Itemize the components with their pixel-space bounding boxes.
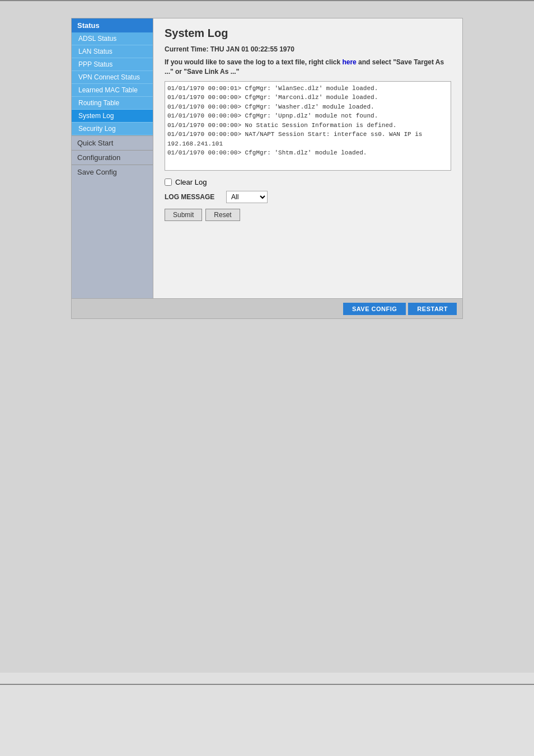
sidebar-item-routing-table[interactable]: Routing Table: [72, 97, 153, 110]
sidebar-item-ppp-status[interactable]: PPP Status: [72, 58, 153, 71]
sidebar-group-save-config[interactable]: Save Config: [72, 165, 153, 179]
log-message-row: LOG MESSAGE All System Security: [165, 191, 451, 203]
sidebar-item-adsl-status[interactable]: ADSL Status: [72, 32, 153, 45]
sidebar-item-lan-status[interactable]: LAN Status: [72, 45, 153, 58]
log-message-select[interactable]: All System Security: [226, 191, 268, 203]
reset-button[interactable]: Reset: [205, 209, 240, 221]
clear-log-row: Clear Log: [165, 178, 451, 186]
restart-button[interactable]: RESTART: [408, 303, 457, 315]
sidebar-group-configuration[interactable]: Configuration: [72, 150, 153, 165]
save-log-description: If you would like to save the log to a t…: [165, 58, 451, 77]
bottom-bar: SAVE CONFIG RESTART: [72, 298, 462, 318]
button-row: Submit Reset: [165, 209, 451, 221]
save-log-text-before: If you would like to save the log to a t…: [165, 58, 340, 66]
save-config-button[interactable]: SAVE CONFIG: [343, 303, 406, 315]
sidebar-group-status[interactable]: Status: [72, 18, 153, 32]
sidebar-group-quick-start[interactable]: Quick Start: [72, 135, 153, 150]
submit-button[interactable]: Submit: [165, 209, 202, 221]
save-log-here-link[interactable]: here: [342, 58, 356, 66]
sidebar: Status ADSL Status LAN Status PPP Status…: [72, 18, 153, 298]
sidebar-item-vpn-connect-status[interactable]: VPN Connect Status: [72, 71, 153, 84]
page-title: System Log: [165, 27, 451, 40]
log-message-label: LOG MESSAGE: [165, 193, 221, 201]
clear-log-checkbox[interactable]: [165, 179, 172, 186]
sidebar-item-learned-mac-table[interactable]: Learned MAC Table: [72, 84, 153, 97]
sidebar-item-security-log[interactable]: Security Log: [72, 123, 153, 135]
log-textarea[interactable]: [165, 81, 451, 171]
clear-log-label: Clear Log: [175, 178, 207, 186]
sidebar-item-system-log[interactable]: System Log: [72, 110, 153, 123]
main-content: System Log Current Time: THU JAN 01 00:2…: [153, 18, 462, 298]
current-time: Current Time: THU JAN 01 00:22:55 1970: [165, 45, 451, 53]
